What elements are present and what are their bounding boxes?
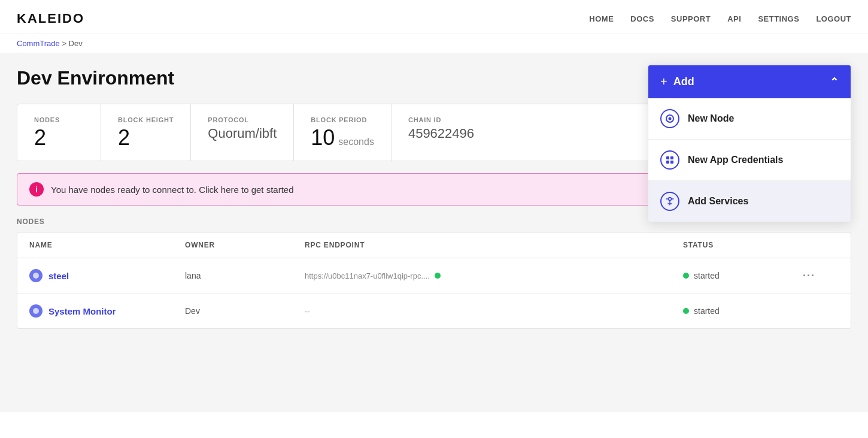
status-dot-sysmon — [683, 308, 689, 314]
nav-docs[interactable]: DOCS — [630, 14, 654, 23]
status-text-sysmon: started — [694, 306, 720, 316]
rpc-endpoint-sysmon: -- — [305, 307, 310, 316]
breadcrumb: CommTrade > Dev — [0, 34, 868, 53]
nav-support[interactable]: SUPPORT — [671, 14, 711, 23]
plus-icon: + — [660, 75, 667, 89]
dropdown-item-new-node[interactable]: New Node — [648, 98, 851, 140]
new-node-label: New Node — [688, 113, 734, 124]
status-dot-steel — [683, 273, 689, 279]
col-header-actions — [803, 241, 839, 249]
add-dropdown-header[interactable]: + Add ⌃ — [648, 65, 851, 98]
breadcrumb-current: Dev — [69, 39, 83, 48]
svg-rect-3 — [670, 156, 673, 159]
rpc-endpoint-steel: https://u0bc11nax7-u0fliw1qip-rpc.... — [305, 271, 430, 280]
svg-point-1 — [669, 117, 672, 120]
stat-nodes-value: 2 — [34, 127, 84, 149]
stat-block-height-value: 2 — [118, 127, 174, 149]
add-dropdown: + Add ⌃ New Node — [648, 65, 851, 222]
stat-chain-id-value: 459622496 — [408, 127, 474, 140]
new-app-credentials-label: New App Credentials — [688, 155, 783, 165]
new-node-icon — [660, 109, 679, 128]
nodes-table: NAME OWNER RPC ENDPOINT STATUS steel lan… — [17, 232, 851, 329]
svg-rect-4 — [666, 161, 669, 164]
stat-block-height-label: BLOCK HEIGHT — [118, 116, 174, 123]
stat-nodes-label: NODES — [34, 116, 84, 123]
status-cell-sysmon: started — [683, 306, 803, 316]
stat-protocol-value: Quorum/ibft — [208, 127, 277, 140]
nav-logout[interactable]: LOGOUT — [816, 14, 851, 23]
stat-chain-id: CHAIN ID 459622496 — [391, 104, 491, 161]
page-title: Dev Environment — [17, 67, 174, 89]
stat-nodes: NODES 2 — [17, 104, 101, 161]
nav: HOME DOCS SUPPORT API SETTINGS LOGOUT — [589, 14, 851, 23]
stat-block-period-sub: seconds — [338, 137, 374, 147]
col-header-owner: OWNER — [185, 241, 305, 249]
node-name-sysmon[interactable]: System Monitor — [48, 306, 116, 316]
add-services-icon — [660, 192, 679, 211]
notification-text: You have nodes ready to connect to. Clic… — [51, 185, 294, 195]
dropdown-item-new-app-credentials[interactable]: New App Credentials — [648, 140, 851, 181]
node-dot-sysmon — [29, 304, 43, 318]
node-name-cell-sysmon: System Monitor — [29, 304, 185, 318]
nav-settings[interactable]: SETTINGS — [758, 14, 799, 23]
node-dot-steel — [29, 269, 43, 282]
svg-rect-5 — [670, 161, 673, 164]
stat-protocol-label: PROTOCOL — [208, 116, 277, 123]
notification-icon: i — [29, 182, 44, 197]
col-header-status: STATUS — [683, 241, 803, 249]
add-dropdown-label: Add — [673, 75, 694, 88]
chevron-up-icon: ⌃ — [830, 75, 839, 89]
svg-rect-2 — [666, 156, 669, 159]
rpc-status-dot-steel — [435, 273, 441, 279]
header: KALEIDO HOME DOCS SUPPORT API SETTINGS L… — [0, 0, 868, 34]
col-header-rpc: RPC ENDPOINT — [305, 241, 683, 249]
stat-chain-id-label: CHAIN ID — [408, 116, 474, 123]
add-services-label: Add Services — [688, 196, 748, 207]
logo: KALEIDO — [17, 11, 84, 26]
add-header-left: + Add — [660, 75, 694, 89]
col-header-name: NAME — [29, 241, 185, 249]
nav-api[interactable]: API — [727, 14, 741, 23]
table-row: steel lana https://u0bc11nax7-u0fliw1qip… — [17, 258, 851, 294]
rpc-cell-steel: https://u0bc11nax7-u0fliw1qip-rpc.... — [305, 271, 683, 280]
breadcrumb-parent[interactable]: CommTrade — [17, 39, 60, 48]
nav-home[interactable]: HOME — [589, 14, 614, 23]
stat-block-period-value: 10 — [311, 127, 335, 149]
stat-block-height: BLOCK HEIGHT 2 — [101, 104, 191, 161]
breadcrumb-separator: > — [62, 39, 68, 48]
new-app-credentials-icon — [660, 150, 679, 170]
node-name-steel[interactable]: steel — [48, 271, 69, 281]
stat-protocol: PROTOCOL Quorum/ibft — [191, 104, 294, 161]
table-header: NAME OWNER RPC ENDPOINT STATUS — [17, 232, 851, 258]
owner-cell-steel: lana — [185, 271, 305, 280]
status-text-steel: started — [694, 271, 720, 280]
table-row: System Monitor Dev -- started — [17, 294, 851, 328]
stat-block-period-row: 10 seconds — [311, 127, 374, 149]
page-wrapper: KALEIDO HOME DOCS SUPPORT API SETTINGS L… — [0, 0, 868, 438]
status-cell-steel: started — [683, 271, 803, 280]
rpc-cell-sysmon: -- — [305, 307, 683, 316]
more-button-steel[interactable]: ··· — [803, 270, 839, 282]
stat-block-period-label: BLOCK PERIOD — [311, 116, 374, 123]
owner-cell-sysmon: Dev — [185, 306, 305, 316]
stat-block-period: BLOCK PERIOD 10 seconds — [294, 104, 391, 161]
node-name-cell-steel: steel — [29, 269, 185, 282]
dropdown-item-add-services[interactable]: Add Services — [648, 181, 851, 222]
